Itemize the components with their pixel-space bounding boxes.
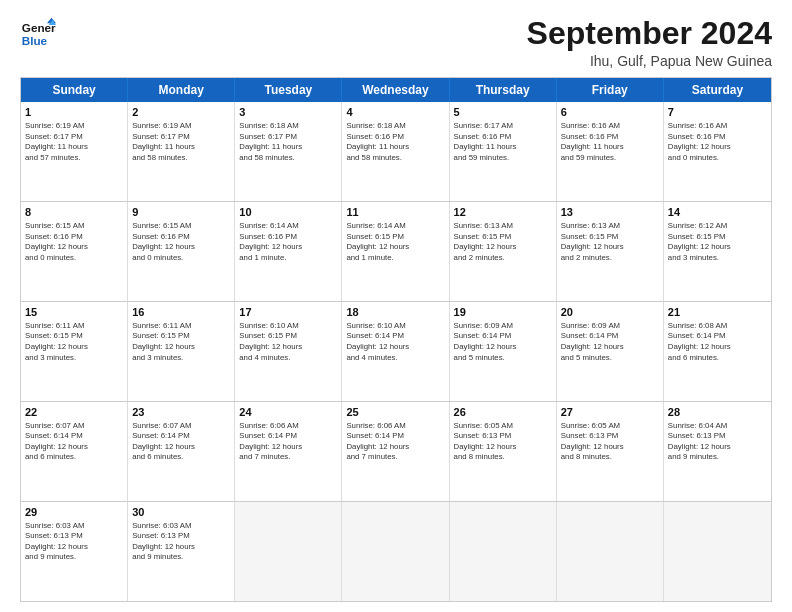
day-number: 14 — [668, 205, 767, 220]
day-info-line: Sunset: 6:16 PM — [25, 232, 123, 243]
header: General Blue September 2024 Ihu, Gulf, P… — [20, 16, 772, 69]
day-info-line: Sunset: 6:15 PM — [346, 232, 444, 243]
day-info-line: Sunset: 6:15 PM — [668, 232, 767, 243]
main-title: September 2024 — [527, 16, 772, 51]
day-info-line: Daylight: 12 hours — [454, 342, 552, 353]
header-tuesday: Tuesday — [235, 78, 342, 102]
cal-row-4: 29Sunrise: 6:03 AMSunset: 6:13 PMDayligh… — [21, 501, 771, 601]
day-info-line: Sunrise: 6:09 AM — [454, 321, 552, 332]
cal-row-0: 1Sunrise: 6:19 AMSunset: 6:17 PMDaylight… — [21, 102, 771, 201]
day-info-line: Sunrise: 6:19 AM — [132, 121, 230, 132]
day-info-line: Daylight: 12 hours — [668, 242, 767, 253]
day-info-line: and 0 minutes. — [668, 153, 767, 164]
day-info-line: Sunrise: 6:18 AM — [346, 121, 444, 132]
header-thursday: Thursday — [450, 78, 557, 102]
day-info-line: Sunrise: 6:13 AM — [561, 221, 659, 232]
day-number: 18 — [346, 305, 444, 320]
cal-cell-2-1: 16Sunrise: 6:11 AMSunset: 6:15 PMDayligh… — [128, 302, 235, 401]
cal-cell-0-0: 1Sunrise: 6:19 AMSunset: 6:17 PMDaylight… — [21, 102, 128, 201]
day-info-line: Sunrise: 6:06 AM — [239, 421, 337, 432]
day-number: 30 — [132, 505, 230, 520]
day-info-line: Daylight: 12 hours — [346, 242, 444, 253]
day-info-line: Sunset: 6:14 PM — [346, 331, 444, 342]
day-info-line: and 4 minutes. — [346, 353, 444, 364]
cal-cell-4-0: 29Sunrise: 6:03 AMSunset: 6:13 PMDayligh… — [21, 502, 128, 601]
day-info-line: Daylight: 11 hours — [561, 142, 659, 153]
day-info-line: Sunset: 6:13 PM — [668, 431, 767, 442]
cal-cell-4-3 — [342, 502, 449, 601]
day-info-line: and 58 minutes. — [239, 153, 337, 164]
day-info-line: Daylight: 12 hours — [132, 542, 230, 553]
day-info-line: Sunrise: 6:03 AM — [132, 521, 230, 532]
day-number: 6 — [561, 105, 659, 120]
day-info-line: Sunrise: 6:16 AM — [668, 121, 767, 132]
day-info-line: Sunset: 6:15 PM — [561, 232, 659, 243]
day-number: 13 — [561, 205, 659, 220]
cal-cell-4-1: 30Sunrise: 6:03 AMSunset: 6:13 PMDayligh… — [128, 502, 235, 601]
day-number: 22 — [25, 405, 123, 420]
day-info-line: Sunset: 6:15 PM — [25, 331, 123, 342]
cal-cell-1-4: 12Sunrise: 6:13 AMSunset: 6:15 PMDayligh… — [450, 202, 557, 301]
day-info-line: Sunrise: 6:07 AM — [25, 421, 123, 432]
page: General Blue September 2024 Ihu, Gulf, P… — [0, 0, 792, 612]
subtitle: Ihu, Gulf, Papua New Guinea — [527, 53, 772, 69]
day-info-line: and 0 minutes. — [132, 253, 230, 264]
day-info-line: and 1 minute. — [346, 253, 444, 264]
header-monday: Monday — [128, 78, 235, 102]
day-info-line: Daylight: 12 hours — [561, 242, 659, 253]
day-info-line: and 0 minutes. — [25, 253, 123, 264]
day-info-line: and 3 minutes. — [132, 353, 230, 364]
day-info-line: and 58 minutes. — [346, 153, 444, 164]
cal-cell-1-3: 11Sunrise: 6:14 AMSunset: 6:15 PMDayligh… — [342, 202, 449, 301]
logo: General Blue — [20, 16, 56, 52]
day-info-line: Sunrise: 6:16 AM — [561, 121, 659, 132]
day-info-line: Daylight: 12 hours — [561, 342, 659, 353]
header-saturday: Saturday — [664, 78, 771, 102]
cal-cell-3-0: 22Sunrise: 6:07 AMSunset: 6:14 PMDayligh… — [21, 402, 128, 501]
cal-row-3: 22Sunrise: 6:07 AMSunset: 6:14 PMDayligh… — [21, 401, 771, 501]
day-info-line: Daylight: 11 hours — [25, 142, 123, 153]
day-info-line: Sunrise: 6:09 AM — [561, 321, 659, 332]
day-info-line: Sunrise: 6:13 AM — [454, 221, 552, 232]
day-info-line: Sunset: 6:16 PM — [239, 232, 337, 243]
day-info-line: Sunrise: 6:08 AM — [668, 321, 767, 332]
day-info-line: and 5 minutes. — [454, 353, 552, 364]
cal-cell-3-3: 25Sunrise: 6:06 AMSunset: 6:14 PMDayligh… — [342, 402, 449, 501]
day-number: 23 — [132, 405, 230, 420]
day-info-line: Sunrise: 6:05 AM — [454, 421, 552, 432]
day-info-line: Sunset: 6:17 PM — [132, 132, 230, 143]
day-info-line: Daylight: 12 hours — [132, 242, 230, 253]
cal-cell-3-6: 28Sunrise: 6:04 AMSunset: 6:13 PMDayligh… — [664, 402, 771, 501]
day-info-line: Sunset: 6:15 PM — [239, 331, 337, 342]
day-info-line: and 4 minutes. — [239, 353, 337, 364]
day-info-line: Daylight: 11 hours — [239, 142, 337, 153]
day-info-line: Daylight: 12 hours — [25, 242, 123, 253]
calendar-body: 1Sunrise: 6:19 AMSunset: 6:17 PMDaylight… — [21, 102, 771, 601]
day-info-line: Daylight: 12 hours — [239, 342, 337, 353]
day-number: 10 — [239, 205, 337, 220]
header-sunday: Sunday — [21, 78, 128, 102]
cal-cell-2-5: 20Sunrise: 6:09 AMSunset: 6:14 PMDayligh… — [557, 302, 664, 401]
day-info-line: and 57 minutes. — [25, 153, 123, 164]
day-info-line: Sunrise: 6:03 AM — [25, 521, 123, 532]
day-info-line: and 59 minutes. — [454, 153, 552, 164]
day-info-line: Sunset: 6:16 PM — [346, 132, 444, 143]
day-number: 29 — [25, 505, 123, 520]
day-info-line: Daylight: 12 hours — [668, 442, 767, 453]
day-info-line: and 59 minutes. — [561, 153, 659, 164]
day-info-line: and 7 minutes. — [239, 452, 337, 463]
day-info-line: Sunrise: 6:04 AM — [668, 421, 767, 432]
day-info-line: Sunrise: 6:14 AM — [239, 221, 337, 232]
day-info-line: Sunset: 6:14 PM — [132, 431, 230, 442]
day-info-line: Daylight: 12 hours — [668, 142, 767, 153]
header-friday: Friday — [557, 78, 664, 102]
cal-cell-0-6: 7Sunrise: 6:16 AMSunset: 6:16 PMDaylight… — [664, 102, 771, 201]
day-number: 9 — [132, 205, 230, 220]
day-info-line: and 6 minutes. — [25, 452, 123, 463]
day-number: 2 — [132, 105, 230, 120]
day-info-line: Daylight: 12 hours — [25, 342, 123, 353]
day-info-line: Sunrise: 6:15 AM — [25, 221, 123, 232]
day-number: 8 — [25, 205, 123, 220]
day-info-line: Sunrise: 6:11 AM — [132, 321, 230, 332]
cal-row-2: 15Sunrise: 6:11 AMSunset: 6:15 PMDayligh… — [21, 301, 771, 401]
